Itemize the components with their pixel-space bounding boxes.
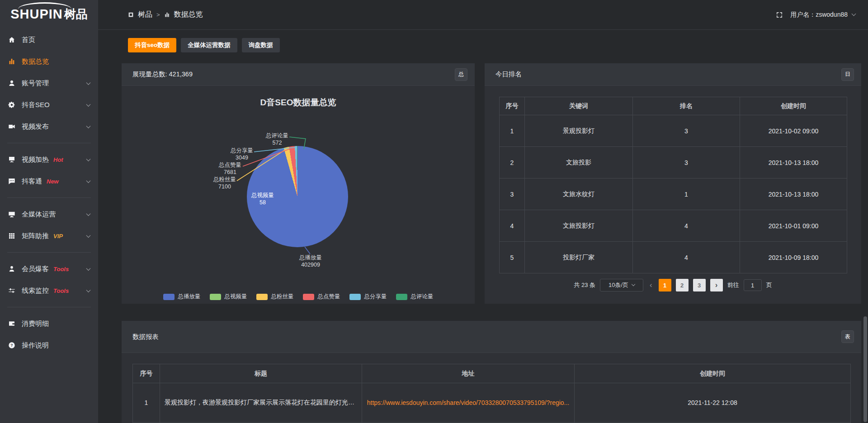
sidebar-item-douketong[interactable]: 抖客通New (0, 170, 98, 192)
table-cell: 3 (500, 179, 525, 210)
topbar-right: 用户名：zswodun88 (776, 11, 855, 19)
table-view-button[interactable]: 表 (841, 330, 854, 343)
sidebar: SHUPIN 树品 首页数据总览账号管理抖音SEO视频发布视频加热Hot抖客通N… (0, 0, 98, 423)
legend-label: 总粉丝量 (271, 293, 294, 301)
sidebar-item-label: 视频加热 (22, 155, 49, 164)
page-scrollbar[interactable] (863, 316, 867, 422)
video-title-cell: 景观投影灯，夜游景观投影灯厂家展示展示落花灯在花园里的灯光投影应用效果 # (160, 383, 362, 423)
chevron-down-icon (86, 266, 91, 271)
table-cell: 5 (500, 242, 525, 273)
logo[interactable]: SHUPIN 树品 (0, 0, 98, 28)
user-label: 用户名：zswodun88 (790, 11, 848, 19)
bar-chart-icon (164, 12, 170, 18)
legend-item[interactable]: 总粉丝量 (256, 293, 294, 301)
sidebar-item-leads[interactable]: 线索监控Tools (0, 280, 98, 301)
video-link[interactable]: https://www.iesdouyin.com/share/video/70… (362, 383, 575, 423)
sidebar-item-home[interactable]: 首页 (0, 29, 98, 51)
pie-label-comments: 总评论量572 (266, 132, 288, 146)
user-menu[interactable]: 用户名：zswodun88 (790, 11, 855, 19)
legend-item[interactable]: 总评论量 (396, 293, 434, 301)
next-page-button[interactable]: › (710, 279, 723, 291)
tab-douyin-seo[interactable]: 抖音seo数据 (128, 38, 176, 52)
pie-label-videos: 总视频量58 (251, 192, 274, 206)
chevron-down-icon (86, 288, 91, 292)
logo-arc-decoration (18, 2, 71, 9)
total-view-button[interactable]: 总 (455, 68, 467, 81)
tab-bar: 抖音seo数据全媒体运营数据询盘数据 (128, 38, 280, 52)
report-table: 序号标题地址创建时间 1景观投影灯，夜游景观投影灯厂家展示展示落花灯在花园里的灯… (132, 364, 851, 423)
page-number-3[interactable]: 3 (693, 279, 706, 291)
goto-page-input[interactable] (744, 279, 762, 291)
sidebar-item-media[interactable]: 全媒体运营 (0, 203, 98, 225)
table-cell: 1 (500, 115, 525, 147)
tab-inquiry[interactable]: 询盘数据 (242, 38, 280, 52)
ranking-table: 序号关键词排名创建时间 1景观投影灯32021-10-02 09:002文旅投影… (499, 97, 847, 273)
legend-swatch (396, 294, 407, 300)
table-cell: 4 (633, 242, 740, 273)
table-row: 2文旅投影32021-10-13 18:00 (500, 147, 847, 179)
tab-media-ops[interactable]: 全媒体运营数据 (181, 38, 237, 52)
legend-item[interactable]: 总视频量 (210, 293, 247, 301)
sidebar-item-overview[interactable]: 数据总览 (0, 51, 98, 72)
table-cell: 文旅投影灯 (525, 210, 633, 242)
sidebar-item-label: 抖客通 (22, 177, 42, 186)
table-cell: 2021-11-22 12:08 (575, 383, 851, 423)
chart-title: D音SEO数据量总览 (122, 97, 475, 108)
sidebar-item-publish[interactable]: 视频发布 (0, 116, 98, 137)
table-row: 1景观投影灯32021-10-02 09:00 (500, 115, 847, 147)
sidebar-item-account[interactable]: 账号管理 (0, 72, 98, 94)
prev-page-button[interactable]: ‹ (648, 281, 654, 290)
pie-label-plays: 总播放量402909 (299, 254, 322, 268)
table-cell: 2021-10-09 18:00 (740, 242, 847, 273)
sidebar-item-help[interactable]: ?操作说明 (0, 334, 98, 356)
table-row: 5投影灯厂家42021-10-09 18:00 (500, 242, 847, 273)
chevron-down-icon (632, 282, 635, 286)
svg-text:?: ? (10, 343, 13, 348)
pagination: 共 23 条 10条/页 ‹ 123 › 前往 页 (485, 279, 861, 291)
sidebar-divider (7, 197, 91, 198)
app-icon (128, 12, 134, 18)
sidebar-item-label: 矩阵助推 (22, 232, 49, 240)
column-header: 创建时间 (740, 97, 847, 115)
sidebar-item-member[interactable]: 会员爆客Tools (0, 258, 98, 280)
sidebar-item-seo[interactable]: 抖音SEO (0, 94, 98, 116)
column-header: 创建时间 (575, 364, 851, 383)
day-view-button[interactable]: 日 (841, 68, 854, 81)
chevron-down-icon (86, 102, 91, 107)
page-size-select[interactable]: 10条/页 (600, 279, 643, 291)
ranking-panel-title: 今日排名 (495, 70, 522, 79)
table-cell: 2021-10-13 18:00 (740, 147, 847, 179)
breadcrumb: 树品 > 数据总览 (128, 10, 203, 19)
legend-item[interactable]: 总点赞量 (303, 293, 340, 301)
sidebar-divider (7, 143, 91, 143)
legend-label: 总播放量 (178, 293, 201, 301)
page-number-1[interactable]: 1 (659, 279, 671, 291)
sidebar-item-heat[interactable]: 视频加热Hot (0, 149, 98, 170)
legend-item[interactable]: 总播放量 (163, 293, 201, 301)
table-row: 4文旅投影灯42021-10-01 09:00 (500, 210, 847, 242)
wallet-icon (8, 320, 15, 327)
sidebar-item-label: 账号管理 (22, 79, 49, 88)
impressions-total: 展现量总数: 421,369 (132, 70, 193, 79)
chat-icon (8, 178, 15, 185)
sidebar-item-label: 首页 (22, 36, 35, 44)
report-panel-header: 数据报表 表 (122, 321, 861, 353)
sidebar-item-matrix[interactable]: 矩阵助推VIP (0, 225, 98, 247)
breadcrumb-separator: > (156, 11, 160, 18)
legend-item[interactable]: 总分享量 (349, 293, 387, 301)
table-cell: 投影灯厂家 (525, 242, 633, 273)
legend-label: 总点赞量 (318, 293, 340, 301)
breadcrumb-current[interactable]: 数据总览 (174, 10, 203, 19)
legend-swatch (210, 294, 221, 300)
sidebar-item-label: 视频发布 (22, 122, 49, 131)
sliders-icon (8, 287, 15, 294)
page-number-2[interactable]: 2 (676, 279, 689, 291)
chevron-down-icon (852, 12, 856, 16)
sidebar-item-expense[interactable]: 消费明细 (0, 313, 98, 334)
pie-label-likes: 总点赞量7681 (219, 161, 241, 176)
table-cell: 3 (633, 115, 740, 147)
chart-panel-header: 展现量总数: 421,369 总 (122, 63, 475, 86)
sidebar-item-label: 消费明细 (22, 320, 49, 328)
fullscreen-icon[interactable] (776, 11, 783, 19)
breadcrumb-root[interactable]: 树品 (138, 10, 152, 19)
